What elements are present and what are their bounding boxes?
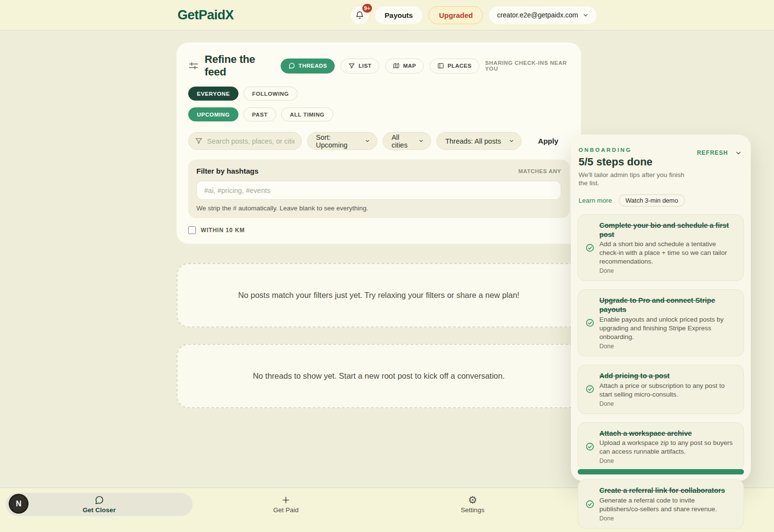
- apply-button[interactable]: Apply: [527, 132, 569, 150]
- check-circle-icon: [585, 318, 595, 327]
- task-title: Complete your bio and schedule a first p…: [599, 221, 736, 239]
- within-10km-label[interactable]: WITHIN 10 KM: [201, 227, 245, 234]
- near-you-label: SHARING CHECK-INS NEAR YOU: [485, 60, 569, 72]
- gear-icon: ⚙: [468, 495, 477, 505]
- task-description: Attach a price or subscription to any po…: [599, 382, 736, 399]
- plus-icon: [281, 495, 291, 505]
- chip-everyone[interactable]: EVERYONE: [188, 87, 238, 101]
- onboarding-progress-title: 5/5 steps done: [579, 156, 695, 168]
- task-description: Add a short bio and schedule a tentative…: [599, 240, 736, 266]
- task-status: Done: [599, 515, 736, 522]
- nav-item-get-closer[interactable]: Get Closer: [6, 493, 193, 516]
- tab-places[interactable]: PLACES: [430, 59, 479, 74]
- onboarding-panel: ONBOARDING 5/5 steps done We'll tailor a…: [571, 134, 751, 481]
- onboarding-task-list: Complete your bio and schedule a first p…: [578, 214, 744, 529]
- funnel-icon: [195, 137, 203, 145]
- chevron-down-icon: [582, 12, 589, 18]
- hashtag-input[interactable]: [196, 181, 561, 200]
- empty-posts-message: No posts match your filters just yet. Tr…: [238, 291, 519, 300]
- notification-count-badge: 9+: [361, 3, 373, 14]
- chat-bubble-icon: [94, 495, 104, 505]
- empty-threads-card: No threads to show yet. Start a new root…: [177, 344, 581, 408]
- hashtag-filter-section: Filter by hashtags MATCHES ANY We strip …: [188, 160, 569, 218]
- onboarding-progress-fill: [578, 469, 744, 474]
- nav-item-get-paid[interactable]: Get Paid: [193, 493, 379, 516]
- task-description: Enable payouts and unlock priced posts b…: [599, 315, 736, 341]
- matches-any-label: MATCHES ANY: [518, 168, 561, 174]
- task-card-archive[interactable]: Attach a workspace archive Upload a work…: [578, 422, 744, 472]
- onboarding-subtitle: We'll tailor admin tips after you finish…: [579, 171, 695, 188]
- side-panel-icon: [437, 62, 444, 69]
- task-title: Upgrade to Pro and connect Stripe payout…: [599, 296, 736, 314]
- onboarding-kicker: ONBOARDING: [579, 147, 695, 153]
- city-select[interactable]: All cities: [383, 132, 431, 150]
- account-email: creator.e2e@getpaidx.com: [497, 11, 578, 19]
- task-description: Generate a referral code to invite publi…: [599, 496, 736, 514]
- watch-demo-button[interactable]: Watch 3-min demo: [619, 194, 685, 207]
- chevron-down-icon: [509, 138, 514, 144]
- check-circle-icon: [585, 500, 595, 509]
- chat-bubble-icon: [288, 62, 295, 69]
- upgraded-badge: Upgraded: [429, 6, 483, 24]
- task-title: Attach a workspace archive: [599, 429, 736, 438]
- task-status: Done: [599, 400, 736, 407]
- task-status: Done: [599, 458, 736, 464]
- check-circle-icon: [585, 384, 595, 394]
- sliders-icon: [188, 60, 199, 71]
- threads-filter-select[interactable]: Threads: All posts: [436, 132, 521, 150]
- funnel-icon: [348, 62, 355, 69]
- tab-list[interactable]: LIST: [341, 59, 379, 74]
- payouts-button[interactable]: Payouts: [375, 6, 422, 24]
- learn-more-link[interactable]: Learn more: [579, 197, 612, 204]
- app-header: GetPaidX 9+ Payouts Upgraded creator.e2e…: [0, 0, 774, 30]
- sort-select[interactable]: Sort: Upcoming: [307, 132, 377, 150]
- task-card-referral[interactable]: Create a referral link for collaborators…: [578, 479, 744, 529]
- map-icon: [393, 62, 400, 69]
- refresh-button[interactable]: REFRESH: [697, 149, 728, 156]
- empty-threads-message: No threads to show yet. Start a new root…: [253, 371, 505, 381]
- page-title: Refine the feed: [205, 53, 270, 78]
- hashtag-helper-text: We strip the # automatically. Leave blan…: [196, 205, 561, 212]
- task-title: Create a referral link for collaborators: [599, 486, 736, 495]
- account-menu-button[interactable]: creator.e2e@getpaidx.com: [489, 6, 596, 24]
- nav-item-settings[interactable]: ⚙ Settings: [379, 493, 566, 516]
- tab-map[interactable]: MAP: [385, 59, 424, 74]
- collapse-panel-button[interactable]: [735, 149, 742, 157]
- chip-all-timing[interactable]: ALL TIMING: [281, 107, 333, 121]
- task-status: Done: [599, 267, 736, 274]
- tab-threads[interactable]: THREADS: [281, 59, 335, 74]
- onboarding-progress-track: [578, 469, 744, 474]
- n-badge[interactable]: N: [9, 494, 29, 514]
- check-circle-icon: [585, 442, 595, 451]
- task-card-bio[interactable]: Complete your bio and schedule a first p…: [578, 214, 744, 281]
- chip-past[interactable]: PAST: [243, 107, 276, 121]
- chip-upcoming[interactable]: UPCOMING: [188, 107, 238, 121]
- task-status: Done: [599, 343, 736, 350]
- check-circle-icon: [585, 243, 595, 252]
- task-card-pricing[interactable]: Add pricing to a post Attach a price or …: [578, 365, 744, 414]
- task-title: Add pricing to a post: [599, 371, 736, 381]
- task-card-stripe[interactable]: Upgrade to Pro and connect Stripe payout…: [578, 289, 744, 356]
- app-logo[interactable]: GetPaidX: [178, 8, 234, 23]
- chevron-down-icon: [735, 149, 742, 157]
- search-input[interactable]: [188, 132, 302, 150]
- chevron-down-icon: [365, 138, 370, 144]
- empty-posts-card: No posts match your filters just yet. Tr…: [177, 263, 581, 327]
- main-content: Refine the feed THREADS LIST: [177, 43, 581, 408]
- task-description: Upload a workspace zip to any post so bu…: [599, 439, 736, 456]
- refine-feed-panel: Refine the feed THREADS LIST: [177, 43, 581, 244]
- chevron-down-icon: [418, 138, 424, 144]
- chip-following[interactable]: FOLLOWING: [243, 87, 298, 101]
- hashtag-filter-label: Filter by hashtags: [196, 167, 258, 175]
- within-10km-checkbox[interactable]: [188, 226, 196, 234]
